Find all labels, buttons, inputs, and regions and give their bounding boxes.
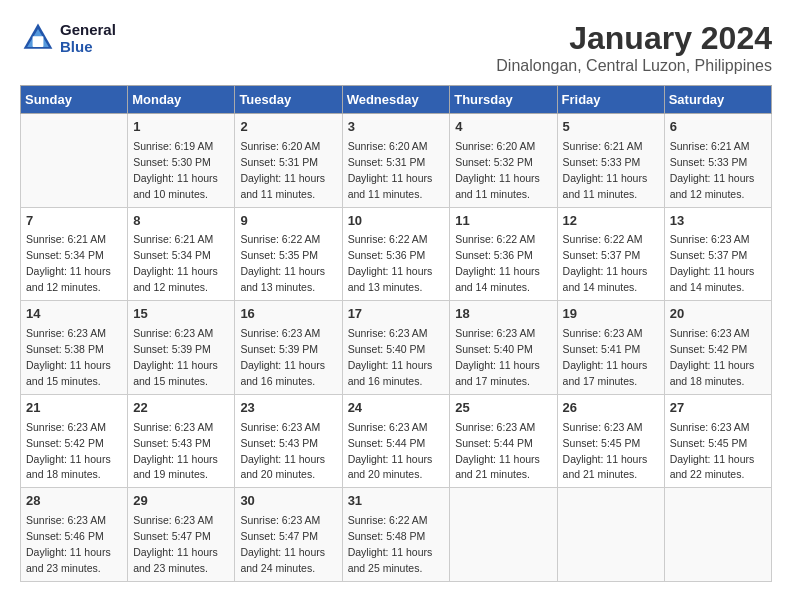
week-row-4: 21Sunrise: 6:23 AMSunset: 5:42 PMDayligh… — [21, 394, 772, 488]
calendar-cell: 22Sunrise: 6:23 AMSunset: 5:43 PMDayligh… — [128, 394, 235, 488]
calendar-cell: 29Sunrise: 6:23 AMSunset: 5:47 PMDayligh… — [128, 488, 235, 582]
cell-info: Sunrise: 6:23 AMSunset: 5:40 PMDaylight:… — [455, 327, 540, 387]
calendar-cell: 24Sunrise: 6:23 AMSunset: 5:44 PMDayligh… — [342, 394, 450, 488]
day-number: 29 — [133, 492, 229, 511]
header-cell-thursday: Thursday — [450, 86, 557, 114]
cell-info: Sunrise: 6:23 AMSunset: 5:44 PMDaylight:… — [455, 421, 540, 481]
day-number: 5 — [563, 118, 659, 137]
calendar-cell: 6Sunrise: 6:21 AMSunset: 5:33 PMDaylight… — [664, 114, 771, 208]
cell-info: Sunrise: 6:23 AMSunset: 5:40 PMDaylight:… — [348, 327, 433, 387]
day-number: 10 — [348, 212, 445, 231]
day-number: 17 — [348, 305, 445, 324]
day-number: 21 — [26, 399, 122, 418]
day-number: 28 — [26, 492, 122, 511]
subtitle: Dinalongan, Central Luzon, Philippines — [496, 57, 772, 75]
week-row-3: 14Sunrise: 6:23 AMSunset: 5:38 PMDayligh… — [21, 301, 772, 395]
cell-info: Sunrise: 6:23 AMSunset: 5:45 PMDaylight:… — [670, 421, 755, 481]
day-number: 12 — [563, 212, 659, 231]
calendar-cell: 15Sunrise: 6:23 AMSunset: 5:39 PMDayligh… — [128, 301, 235, 395]
logo: General Blue — [20, 20, 116, 56]
calendar-cell: 5Sunrise: 6:21 AMSunset: 5:33 PMDaylight… — [557, 114, 664, 208]
day-number: 3 — [348, 118, 445, 137]
day-number: 14 — [26, 305, 122, 324]
cell-info: Sunrise: 6:23 AMSunset: 5:43 PMDaylight:… — [133, 421, 218, 481]
day-number: 9 — [240, 212, 336, 231]
day-number: 4 — [455, 118, 551, 137]
day-number: 30 — [240, 492, 336, 511]
title-section: January 2024 Dinalongan, Central Luzon, … — [496, 20, 772, 75]
cell-info: Sunrise: 6:23 AMSunset: 5:37 PMDaylight:… — [670, 233, 755, 293]
header-cell-monday: Monday — [128, 86, 235, 114]
cell-info: Sunrise: 6:21 AMSunset: 5:34 PMDaylight:… — [26, 233, 111, 293]
day-number: 25 — [455, 399, 551, 418]
calendar-cell: 18Sunrise: 6:23 AMSunset: 5:40 PMDayligh… — [450, 301, 557, 395]
day-number: 11 — [455, 212, 551, 231]
calendar-cell: 17Sunrise: 6:23 AMSunset: 5:40 PMDayligh… — [342, 301, 450, 395]
calendar-cell — [21, 114, 128, 208]
day-number: 2 — [240, 118, 336, 137]
cell-info: Sunrise: 6:23 AMSunset: 5:41 PMDaylight:… — [563, 327, 648, 387]
cell-info: Sunrise: 6:22 AMSunset: 5:35 PMDaylight:… — [240, 233, 325, 293]
cell-info: Sunrise: 6:20 AMSunset: 5:32 PMDaylight:… — [455, 140, 540, 200]
calendar-cell: 23Sunrise: 6:23 AMSunset: 5:43 PMDayligh… — [235, 394, 342, 488]
cell-info: Sunrise: 6:22 AMSunset: 5:36 PMDaylight:… — [455, 233, 540, 293]
cell-info: Sunrise: 6:23 AMSunset: 5:42 PMDaylight:… — [26, 421, 111, 481]
calendar-cell — [450, 488, 557, 582]
day-number: 6 — [670, 118, 766, 137]
cell-info: Sunrise: 6:19 AMSunset: 5:30 PMDaylight:… — [133, 140, 218, 200]
day-number: 13 — [670, 212, 766, 231]
cell-info: Sunrise: 6:22 AMSunset: 5:48 PMDaylight:… — [348, 514, 433, 574]
cell-info: Sunrise: 6:23 AMSunset: 5:47 PMDaylight:… — [133, 514, 218, 574]
day-number: 22 — [133, 399, 229, 418]
week-row-2: 7Sunrise: 6:21 AMSunset: 5:34 PMDaylight… — [21, 207, 772, 301]
cell-info: Sunrise: 6:23 AMSunset: 5:45 PMDaylight:… — [563, 421, 648, 481]
header-cell-friday: Friday — [557, 86, 664, 114]
calendar-table: SundayMondayTuesdayWednesdayThursdayFrid… — [20, 85, 772, 582]
header-cell-wednesday: Wednesday — [342, 86, 450, 114]
day-number: 8 — [133, 212, 229, 231]
day-number: 23 — [240, 399, 336, 418]
calendar-cell: 8Sunrise: 6:21 AMSunset: 5:34 PMDaylight… — [128, 207, 235, 301]
header-cell-sunday: Sunday — [21, 86, 128, 114]
calendar-cell: 27Sunrise: 6:23 AMSunset: 5:45 PMDayligh… — [664, 394, 771, 488]
logo-text: General Blue — [60, 21, 116, 55]
calendar-cell — [664, 488, 771, 582]
calendar-cell: 20Sunrise: 6:23 AMSunset: 5:42 PMDayligh… — [664, 301, 771, 395]
main-title: January 2024 — [496, 20, 772, 57]
cell-info: Sunrise: 6:20 AMSunset: 5:31 PMDaylight:… — [348, 140, 433, 200]
calendar-cell: 1Sunrise: 6:19 AMSunset: 5:30 PMDaylight… — [128, 114, 235, 208]
cell-info: Sunrise: 6:22 AMSunset: 5:37 PMDaylight:… — [563, 233, 648, 293]
cell-info: Sunrise: 6:23 AMSunset: 5:43 PMDaylight:… — [240, 421, 325, 481]
header-cell-saturday: Saturday — [664, 86, 771, 114]
cell-info: Sunrise: 6:23 AMSunset: 5:47 PMDaylight:… — [240, 514, 325, 574]
day-number: 20 — [670, 305, 766, 324]
calendar-cell: 28Sunrise: 6:23 AMSunset: 5:46 PMDayligh… — [21, 488, 128, 582]
day-number: 31 — [348, 492, 445, 511]
header-row: SundayMondayTuesdayWednesdayThursdayFrid… — [21, 86, 772, 114]
day-number: 26 — [563, 399, 659, 418]
calendar-cell: 9Sunrise: 6:22 AMSunset: 5:35 PMDaylight… — [235, 207, 342, 301]
calendar-cell: 13Sunrise: 6:23 AMSunset: 5:37 PMDayligh… — [664, 207, 771, 301]
calendar-cell: 14Sunrise: 6:23 AMSunset: 5:38 PMDayligh… — [21, 301, 128, 395]
calendar-cell: 11Sunrise: 6:22 AMSunset: 5:36 PMDayligh… — [450, 207, 557, 301]
day-number: 7 — [26, 212, 122, 231]
calendar-cell: 19Sunrise: 6:23 AMSunset: 5:41 PMDayligh… — [557, 301, 664, 395]
cell-info: Sunrise: 6:23 AMSunset: 5:44 PMDaylight:… — [348, 421, 433, 481]
calendar-cell: 30Sunrise: 6:23 AMSunset: 5:47 PMDayligh… — [235, 488, 342, 582]
cell-info: Sunrise: 6:23 AMSunset: 5:42 PMDaylight:… — [670, 327, 755, 387]
calendar-cell: 16Sunrise: 6:23 AMSunset: 5:39 PMDayligh… — [235, 301, 342, 395]
cell-info: Sunrise: 6:21 AMSunset: 5:34 PMDaylight:… — [133, 233, 218, 293]
day-number: 1 — [133, 118, 229, 137]
day-number: 15 — [133, 305, 229, 324]
day-number: 27 — [670, 399, 766, 418]
calendar-cell: 3Sunrise: 6:20 AMSunset: 5:31 PMDaylight… — [342, 114, 450, 208]
day-number: 16 — [240, 305, 336, 324]
day-number: 24 — [348, 399, 445, 418]
calendar-cell: 26Sunrise: 6:23 AMSunset: 5:45 PMDayligh… — [557, 394, 664, 488]
logo-icon — [20, 20, 56, 56]
cell-info: Sunrise: 6:23 AMSunset: 5:46 PMDaylight:… — [26, 514, 111, 574]
cell-info: Sunrise: 6:22 AMSunset: 5:36 PMDaylight:… — [348, 233, 433, 293]
day-number: 19 — [563, 305, 659, 324]
calendar-cell: 4Sunrise: 6:20 AMSunset: 5:32 PMDaylight… — [450, 114, 557, 208]
header-cell-tuesday: Tuesday — [235, 86, 342, 114]
